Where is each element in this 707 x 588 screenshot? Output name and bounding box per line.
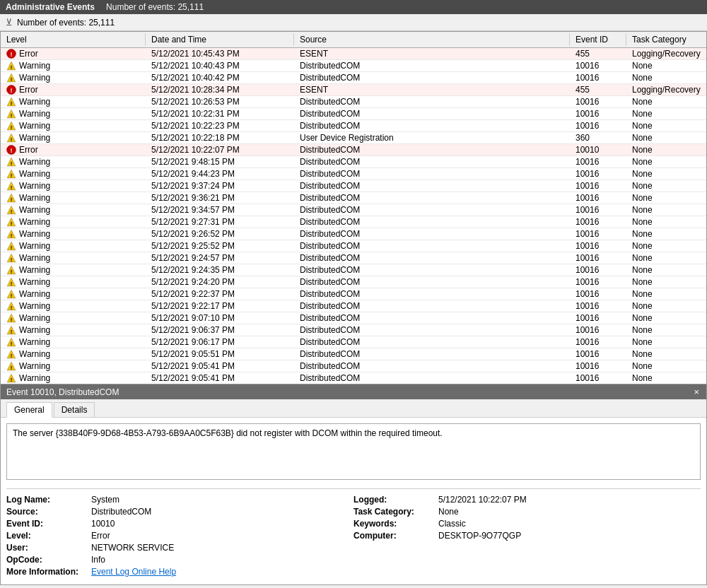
level-text: Warning (19, 325, 50, 335)
more-info-link[interactable]: Event Log Online Help (91, 567, 176, 577)
table-row[interactable]: !Warning5/12/2021 9:44:23 PMDistributedC… (1, 168, 706, 180)
table-row[interactable]: !Warning5/12/2021 9:26:52 PMDistributedC… (1, 228, 706, 240)
field-event-id: Event ID: 10010 (6, 519, 354, 529)
cell-eventid: 10016 (570, 216, 626, 228)
level-text: Warning (19, 217, 50, 227)
table-row[interactable]: !Warning5/12/2021 9:24:20 PMDistributedC… (1, 276, 706, 288)
cell-level: !Warning (1, 276, 146, 288)
col-header-datetime[interactable]: Date and Time (146, 33, 294, 46)
table-row[interactable]: !Warning5/12/2021 9:06:37 PMDistributedC… (1, 324, 706, 336)
warning-icon: ! (6, 349, 16, 359)
cell-level: !Warning (1, 336, 146, 348)
table-row[interactable]: !Warning5/12/2021 10:40:42 PMDistributed… (1, 72, 706, 84)
cell-eventid: 455 (570, 48, 626, 59)
table-row[interactable]: !Warning5/12/2021 9:22:37 PMDistributedC… (1, 288, 706, 300)
cell-level: !Warning (1, 192, 146, 204)
tab-general[interactable]: General (6, 402, 52, 418)
col-header-source[interactable]: Source (294, 33, 570, 46)
table-row[interactable]: !Warning5/12/2021 9:05:41 PMDistributedC… (1, 360, 706, 372)
table-row[interactable]: !Error5/12/2021 10:45:43 PMESENT455Loggi… (1, 48, 706, 60)
cell-source: ESENT (294, 84, 570, 95)
cell-taskcategory: None (626, 156, 706, 167)
cell-level: !Warning (1, 132, 146, 143)
table-row[interactable]: !Warning5/12/2021 10:40:43 PMDistributed… (1, 60, 706, 72)
title-event-count: Number of events: 25,111 (106, 2, 204, 12)
warning-icon: ! (6, 265, 16, 275)
cell-eventid: 10016 (570, 72, 626, 83)
svg-text:!: ! (11, 136, 13, 143)
cell-eventid: 455 (570, 84, 626, 95)
table-row[interactable]: !Warning5/12/2021 9:06:17 PMDistributedC… (1, 336, 706, 348)
cell-eventid: 10016 (570, 300, 626, 312)
table-row[interactable]: !Warning5/12/2021 10:26:53 PMDistributed… (1, 96, 706, 108)
cell-source: DistributedCOM (294, 300, 570, 312)
cell-taskcategory: None (626, 372, 706, 384)
field-level: Level: Error (6, 531, 354, 541)
cell-level: !Error (1, 84, 146, 95)
cell-level: !Warning (1, 240, 146, 252)
table-row[interactable]: !Warning5/12/2021 9:22:17 PMDistributedC… (1, 300, 706, 312)
table-row[interactable]: !Warning5/12/2021 9:36:21 PMDistributedC… (1, 192, 706, 204)
cell-level: !Warning (1, 312, 146, 324)
cell-source: DistributedCOM (294, 372, 570, 384)
field-source: Source: DistributedCOM (6, 507, 354, 517)
cell-datetime: 5/12/2021 10:22:31 PM (146, 108, 294, 119)
cell-datetime: 5/12/2021 10:28:34 PM (146, 84, 294, 95)
warning-icon: ! (6, 301, 16, 311)
error-icon: ! (6, 145, 16, 155)
field-more-info: More Information: Event Log Online Help (6, 567, 354, 577)
field-task-category: Task Category: None (354, 507, 701, 517)
level-text: Error (19, 145, 38, 155)
svg-text:!: ! (11, 172, 13, 179)
level-text: Warning (19, 97, 50, 107)
warning-icon: ! (6, 325, 16, 335)
detail-col-right: Logged: 5/12/2021 10:22:07 PM Task Categ… (354, 495, 701, 579)
table-row[interactable]: !Warning5/12/2021 10:22:23 PMDistributed… (1, 120, 706, 132)
table-row[interactable]: !Warning5/12/2021 9:05:51 PMDistributedC… (1, 348, 706, 360)
cell-taskcategory: None (626, 324, 706, 336)
error-icon: ! (6, 49, 16, 59)
svg-text:!: ! (11, 245, 13, 251)
table-row[interactable]: !Warning5/12/2021 9:37:24 PMDistributedC… (1, 180, 706, 192)
table-row[interactable]: !Warning5/12/2021 10:22:31 PMDistributed… (1, 108, 706, 120)
table-row[interactable]: !Warning5/12/2021 9:24:57 PMDistributedC… (1, 252, 706, 264)
cell-datetime: 5/12/2021 9:24:20 PM (146, 276, 294, 288)
table-row[interactable]: !Warning5/12/2021 9:07:10 PMDistributedC… (1, 312, 706, 324)
table-row[interactable]: !Warning5/12/2021 9:05:41 PMDistributedC… (1, 372, 706, 384)
cell-level: !Warning (1, 288, 146, 300)
cell-source: DistributedCOM (294, 360, 570, 372)
cell-eventid: 10016 (570, 252, 626, 264)
col-header-eventid[interactable]: Event ID (570, 33, 626, 46)
cell-datetime: 5/12/2021 10:45:43 PM (146, 48, 294, 59)
col-header-taskcategory[interactable]: Task Category (626, 33, 707, 46)
table-row[interactable]: !Warning5/12/2021 9:25:52 PMDistributedC… (1, 240, 706, 252)
level-text: Warning (19, 229, 50, 239)
table-row[interactable]: !Warning5/12/2021 9:24:35 PMDistributedC… (1, 264, 706, 276)
cell-source: DistributedCOM (294, 60, 570, 71)
table-row[interactable]: !Warning5/12/2021 9:34:57 PMDistributedC… (1, 204, 706, 216)
cell-eventid: 10016 (570, 96, 626, 107)
level-text: Warning (19, 157, 50, 167)
detail-close-button[interactable]: × (692, 387, 701, 397)
col-header-level[interactable]: Level (1, 33, 146, 46)
table-row[interactable]: !Error5/12/2021 10:28:34 PMESENT455Loggi… (1, 84, 706, 96)
event-table-body[interactable]: !Error5/12/2021 10:45:43 PMESENT455Loggi… (1, 48, 706, 384)
cell-datetime: 5/12/2021 10:26:53 PM (146, 96, 294, 107)
cell-source: DistributedCOM (294, 288, 570, 300)
svg-text:!: ! (11, 184, 13, 191)
cell-level: !Warning (1, 372, 146, 384)
cell-datetime: 5/12/2021 9:44:23 PM (146, 168, 294, 180)
cell-taskcategory: None (626, 60, 706, 71)
tab-details[interactable]: Details (54, 402, 95, 417)
cell-source: DistributedCOM (294, 276, 570, 288)
table-row[interactable]: !Warning5/12/2021 10:22:18 PMUser Device… (1, 132, 706, 144)
svg-text:!: ! (11, 87, 13, 94)
cell-taskcategory: None (626, 276, 706, 288)
svg-text:!: ! (11, 281, 13, 287)
table-row[interactable]: !Error5/12/2021 10:22:07 PMDistributedCO… (1, 144, 706, 156)
table-row[interactable]: !Warning5/12/2021 9:48:15 PMDistributedC… (1, 156, 706, 168)
cell-taskcategory: None (626, 264, 706, 276)
table-row[interactable]: !Warning5/12/2021 9:27:31 PMDistributedC… (1, 216, 706, 228)
cell-taskcategory: None (626, 288, 706, 300)
cell-source: DistributedCOM (294, 144, 570, 155)
